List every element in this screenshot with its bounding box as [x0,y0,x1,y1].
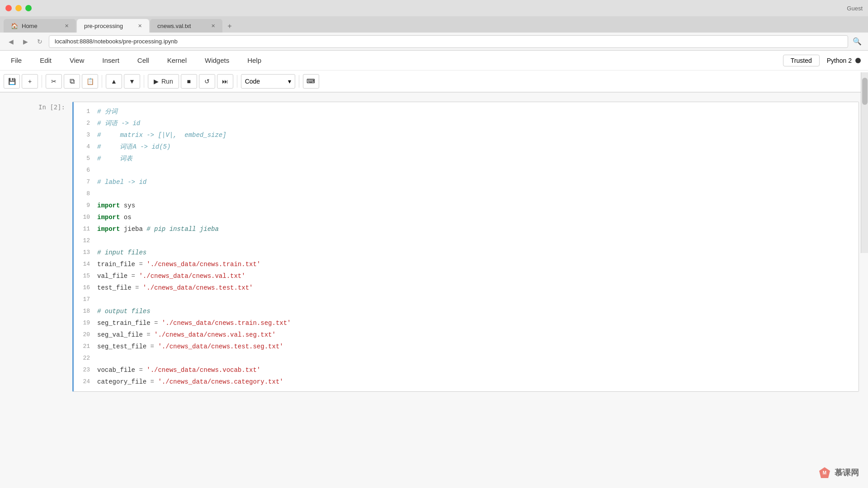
code-line-17: 17 [79,294,853,305]
tab-close-home[interactable]: ✕ [65,23,69,29]
url-text: localhost:8888/notebooks/pre-processing.… [55,38,178,45]
stop-button[interactable]: ■ [181,74,197,89]
maximize-window-button[interactable] [25,5,32,11]
browser-tab-preprocessing[interactable]: pre-processing ✕ [77,19,149,33]
menu-widgets[interactable]: Widgets [201,55,233,66]
tab-label-cnews: cnews.val.txt [157,23,191,29]
fastforward-icon: ⏭ [222,78,228,85]
menu-view[interactable]: View [66,55,88,66]
tab-close-cnews[interactable]: ✕ [211,23,215,29]
keyboard-shortcuts-button[interactable]: ⌨ [303,74,319,89]
kernel-status-dot [855,58,861,63]
new-tab-button[interactable]: + [223,20,236,33]
code-line-21: 21 seg_test_file = './cnews_data/cnews.t… [79,341,853,352]
move-down-button[interactable]: ▼ [124,74,140,89]
fastforward-button[interactable]: ⏭ [217,74,233,89]
copy-icon: ⧉ [70,77,75,85]
trusted-button[interactable]: Trusted [783,55,820,66]
menu-kernel[interactable]: Kernel [164,55,190,66]
watermark-text: 慕课网 [835,467,859,478]
code-line-7: 7 # label -> id [79,176,853,188]
add-cell-button[interactable]: + [22,74,38,89]
cell-execution-label: In [2]: [9,102,72,111]
dropdown-arrow-icon: ▾ [288,78,291,85]
code-cell[interactable]: In [2]: 1 # 分词 2 # 词语 -> id 3 # matrix -… [9,102,859,392]
code-line-5: 5 # 词表 [79,153,853,164]
forward-button[interactable]: ▶ [20,36,31,47]
paste-button[interactable]: 📋 [82,74,98,89]
save-button[interactable]: 💾 [4,74,20,89]
copy-button[interactable]: ⧉ [64,74,80,89]
code-line-15: 15 val_file = './cnews_data/cnews.val.tx… [79,270,853,282]
toolbar-separator-2 [102,75,102,88]
code-line-3: 3 # matrix -> [|V|, embed_size] [79,129,853,141]
cut-button[interactable]: ✂ [46,74,62,89]
menu-cell[interactable]: Cell [134,55,153,66]
cut-icon: ✂ [51,78,57,85]
cell-type-dropdown[interactable]: Code ▾ [241,74,295,89]
window-user: Guest [39,5,863,12]
back-button[interactable]: ◀ [5,36,16,47]
address-bar-input[interactable]: localhost:8888/notebooks/pre-processing.… [49,35,848,48]
toolbar-separator-1 [42,75,42,88]
code-line-12: 12 [79,235,853,247]
tab-favicon-home: 🏠 [11,23,18,29]
run-label: Run [161,78,173,85]
code-line-13: 13 # input files [79,247,853,258]
restart-icon: ↺ [204,78,210,85]
minimize-window-button[interactable] [15,5,22,11]
notebook-content: In [2]: 1 # 分词 2 # 词语 -> id 3 # matrix -… [0,93,868,488]
cell-code-area[interactable]: 1 # 分词 2 # 词语 -> id 3 # matrix -> [|V|, … [72,102,859,392]
code-line-11: 11 import jieba # pip install jieba [79,223,853,235]
code-line-9: 9 import sys [79,200,853,211]
arrow-up-icon: ▲ [111,78,117,85]
code-line-14: 14 train_file = './cnews_data/cnews.trai… [79,258,853,270]
code-line-10: 10 import os [79,211,853,223]
code-line-23: 23 vocab_file = './cnews_data/cnews.voca… [79,364,853,376]
menu-insert[interactable]: Insert [99,55,123,66]
menu-help[interactable]: Help [244,55,265,66]
search-icon: 🔍 [852,36,863,47]
code-line-20: 20 seg_val_file = './cnews_data/cnews.va… [79,329,853,341]
save-icon: 💾 [8,78,16,85]
run-button[interactable]: ▶ Run [148,74,179,89]
code-line-19: 19 seg_train_file = './cnews_data/cnews.… [79,317,853,329]
cell-type-label: Code [245,78,260,85]
browser-tab-home[interactable]: 🏠 Home ✕ [4,19,76,33]
browser-tab-cnews[interactable]: cnews.val.txt ✕ [150,19,222,33]
tab-close-preprocessing[interactable]: ✕ [138,23,142,29]
tab-label-preprocessing: pre-processing [84,23,123,29]
close-window-button[interactable] [5,5,12,11]
toolbar-separator-5 [299,75,299,88]
run-icon: ▶ [154,78,159,85]
code-line-6: 6 [79,164,853,176]
scrollbar-thumb[interactable] [862,78,868,105]
stop-icon: ■ [187,78,190,85]
menu-edit[interactable]: Edit [36,55,55,66]
code-line-22: 22 [79,352,853,364]
code-line-18: 18 # output files [79,305,853,317]
code-line-4: 4 # 词语A -> id(5) [79,141,853,153]
code-line-8: 8 [79,188,853,200]
code-line-1: 1 # 分词 [79,106,853,117]
watermark: M 慕课网 [818,466,859,479]
svg-text:M: M [823,470,826,475]
arrow-down-icon: ▼ [129,78,135,85]
keyboard-icon: ⌨ [307,78,315,84]
toolbar-separator-3 [144,75,144,88]
paste-icon: 📋 [86,78,94,85]
tab-label-home: Home [22,23,38,29]
restart-button[interactable]: ↺ [199,74,215,89]
move-up-button[interactable]: ▲ [106,74,122,89]
code-line-2: 2 # 词语 -> id [79,117,853,129]
vertical-scrollbar[interactable] [861,72,868,253]
kernel-name: Python 2 [827,57,852,64]
plus-icon: + [28,78,32,85]
code-line-24: 24 category_file = './cnews_data/cnews.c… [79,376,853,388]
watermark-logo: M [818,466,831,479]
toolbar-separator-4 [237,75,237,88]
refresh-button[interactable]: ↻ [34,36,45,47]
code-line-16: 16 test_file = './cnews_data/cnews.test.… [79,282,853,294]
menu-file[interactable]: File [7,55,25,66]
